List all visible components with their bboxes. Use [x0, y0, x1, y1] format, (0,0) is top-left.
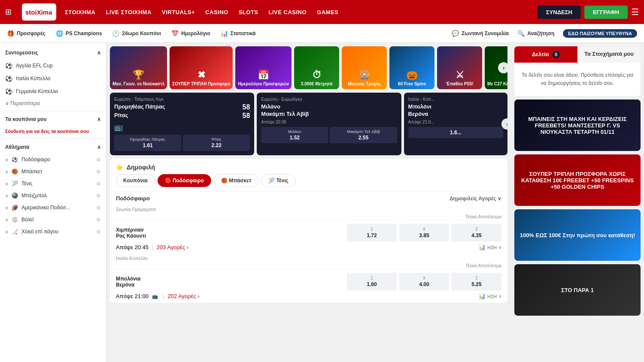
- sub-nav-search[interactable]: 🔍 Αναζήτηση: [517, 30, 554, 37]
- fav-star-icon-2[interactable]: ☆: [96, 169, 101, 175]
- login-button[interactable]: ΣΥΝΔΕΣΗ: [538, 6, 581, 19]
- american-football-icon: 🏈: [12, 205, 18, 211]
- banner-para1[interactable]: ΣΤΟ ΠΑΡΑ 1: [514, 264, 641, 316]
- bet-odd-2b-val: 5.25: [471, 281, 481, 287]
- sidebar-sport-basketball[interactable]: ∨ 🏀 Μπάσκετ ☆: [0, 166, 106, 178]
- bet-odd-2b-button[interactable]: 2 5.25: [452, 273, 501, 290]
- burger-icon[interactable]: ☰: [631, 7, 639, 17]
- bet-odd-2-button[interactable]: 2 4.35: [452, 224, 501, 241]
- sidebar-item-italy-cup[interactable]: ⚽ Ιταλία Κύπελλο: [0, 72, 106, 85]
- sub-nav-offers[interactable]: 🎁 Προσφορές: [7, 30, 46, 37]
- team2-verona: Βερόνα: [116, 282, 140, 288]
- promo-nav-right-button[interactable]: ›: [498, 62, 507, 73]
- sidebar-sport-american-football[interactable]: ∨ 🏈 Αμερικάνικο Ποδόσ... ☆: [0, 202, 106, 214]
- nav-live-casino[interactable]: LIVE CASINO: [269, 9, 307, 15]
- tab-basketball[interactable]: 🏀 Μπάσκετ: [214, 174, 259, 187]
- sidebar-sport-football[interactable]: ∨ ⚽ Ποδόσφαιρο ☆: [0, 154, 106, 166]
- banner-super-tripla[interactable]: ΣΟΥΠΕΡ ΤΡΙΠΛΗ ΠΡΟΣΦΟΡΑ ΧΩΡΙΣ ΚΑΤΑΘΕΣΗ 10…: [514, 154, 641, 206]
- sub-nav-calendar[interactable]: 📅 Ημερολόγιο: [171, 30, 210, 37]
- nav-casino[interactable]: CASINO: [205, 9, 228, 15]
- nav-live-stoixima[interactable]: LIVE ΣΤΟΙΧΗΜΑ: [106, 9, 152, 15]
- sidebar-sport-volleyball[interactable]: ∨ 🏐 Βόλεϊ ☆: [0, 214, 106, 226]
- sub-header: 🎁 Προσφορές 🌐 PS Champions 🕐 24ωρο Κουπό…: [0, 24, 644, 43]
- tab-coupons[interactable]: Κουπόνια: [116, 174, 155, 187]
- arrow-down-icon-7: ∨: [5, 229, 8, 234]
- betslip-tab-active[interactable]: Δελτίο 0: [514, 46, 577, 63]
- promo-card-ps-champ[interactable]: 🏆 Μαν. Γιουν. vs Νιούκαστλ: [110, 46, 167, 89]
- sport-baseball-label: Μπέιζμπολ: [21, 193, 47, 199]
- promo-card-super-tripla[interactable]: ✖ ΣΟΥΠΕΡ ΤΡΙΠΛΗ Προσφορά: [170, 46, 233, 89]
- promo-card-counter[interactable]: ⏱ 3.000€ Μετρητά: [294, 46, 339, 89]
- banner-100[interactable]: 100% ΕΩΣ 100€ Στην πρώτη σου κατάθεση!: [514, 209, 641, 261]
- promo-card-ps5[interactable]: ⚔ 'Επαθλο PS5!: [437, 46, 482, 89]
- match1-odd1-button[interactable]: Προμηθέας Πάτρας 1.61: [114, 135, 181, 151]
- banner-ps-champ[interactable]: ΜΠΑΙΝΕΙΣ ΣΤΗ ΜΑΧΗ ΚΑΙ ΚΕΡΔΙΖΕΙΣ FREEBETS…: [514, 100, 641, 151]
- promo-card-freespins[interactable]: 🎃 60 Free Spins: [389, 46, 434, 89]
- sports-header[interactable]: Αθλήματα ∧: [0, 141, 106, 154]
- fav-star-icon-3[interactable]: ☆: [96, 181, 101, 187]
- shortcuts-header[interactable]: Συντομεύσεις ∧: [0, 46, 106, 59]
- match1-markets[interactable]: 203 Αγορές: [157, 244, 185, 250]
- register-button[interactable]: ΕΓΓΡΑΦΗ: [584, 6, 628, 19]
- counter-icon: ⏱: [312, 69, 322, 81]
- nav-slots[interactable]: SLOTS: [239, 9, 258, 15]
- popular-markets-dropdown[interactable]: Δημοφιλείς Αγορές ∨: [450, 196, 501, 202]
- nav-virtuals[interactable]: VIRTUALS+: [162, 9, 195, 15]
- match1-league: Ευρώπη - Τσάμπιονς Λιγκ: [114, 97, 250, 102]
- sports-label: Αθλήματα: [5, 144, 29, 150]
- arrow-down-icon-4: ∨: [5, 193, 8, 198]
- sub-nav-live-chat[interactable]: 💬 Ζωντανή Συνομιλία: [452, 30, 509, 37]
- sidebar-login-hint[interactable]: Σύνδεση για να δεις τα κουπόνια σου: [0, 126, 106, 137]
- grid-icon[interactable]: ⊞: [5, 7, 12, 17]
- sub-nav-stats[interactable]: 📊 Στατιστικά: [221, 30, 256, 37]
- match2-time: Απόψε 20:30: [261, 120, 397, 124]
- bet-odd-1b-val: 1.60: [367, 281, 377, 287]
- match2-odd1-button[interactable]: Μιλάνο 1.52: [261, 127, 328, 143]
- tab-tennis[interactable]: 🎾 Τένις: [261, 174, 295, 187]
- sidebar-sport-hockey[interactable]: ∨ 🏒 Χόκεϊ επί πάγου ☆: [0, 226, 106, 238]
- match2-odd2-button[interactable]: Μακάμπι Τελ Αβίβ 2.55: [330, 127, 397, 143]
- promo-card-offer[interactable]: 📅 Ημερολόγιο Προσφορών: [235, 46, 292, 89]
- sidebar-item-germany-cup[interactable]: ⚽ Γερμανία Κύπελλο: [0, 85, 106, 98]
- promo-card-wheel[interactable]: 🎡 Μαγικός Τροχός: [342, 46, 387, 89]
- match3-team2: Βερόνα: [408, 111, 503, 117]
- nav-stoixima[interactable]: ΣΤΟΙΧΗΜΑ: [65, 9, 96, 15]
- match1-odd2-button[interactable]: Ρίτας 2.22: [183, 135, 250, 151]
- banner-para1-content: ΣΤΟ ΠΑΡΑ 1: [514, 264, 641, 316]
- nav-games[interactable]: GAMES: [317, 9, 338, 15]
- bet-odd-xb-button[interactable]: Χ 4.00: [399, 273, 449, 290]
- sidebar-item-england-efl[interactable]: ⚽ Αγγλία EFL Cup: [0, 59, 106, 72]
- sub-nav-calendar-label: Ημερολόγιο: [181, 30, 210, 36]
- promo-card-title-2: Ημερολόγιο Προσφορών: [238, 81, 289, 87]
- promo-card-title-4: Μαγικός Τροχός: [348, 81, 381, 87]
- bet-odd-1-button[interactable]: 1 1.72: [347, 224, 397, 241]
- fav-star-icon[interactable]: ☆: [96, 157, 101, 163]
- fav-star-icon-7[interactable]: ☆: [96, 229, 101, 235]
- sidebar-more[interactable]: ∨ Περισσότερα: [0, 98, 106, 109]
- tab-football[interactable]: 🔴 Ποδόσφαιρο: [158, 174, 211, 187]
- sub-nav-ps-champions[interactable]: 🌐 PS Champions: [56, 30, 102, 37]
- fav-star-icon-5[interactable]: ☆: [96, 205, 101, 211]
- logo[interactable]: stoiXima: [22, 3, 56, 21]
- match2-markets[interactable]: 202 Αγορές: [167, 293, 196, 299]
- match2-team2: Μακάμπι Τελ Αβίβ: [261, 111, 397, 117]
- sub-nav-coupon24[interactable]: 🕐 24ωρο Κουπόνι: [112, 30, 161, 37]
- bet-odd-xb-label: Χ: [401, 276, 447, 281]
- bet-odd-x-button[interactable]: Χ 3.85: [399, 224, 449, 241]
- main-header: ⊞ stoiXima ΣΤΟΙΧΗΜΑ LIVE ΣΤΟΙΧΗΜΑ VIRTUA…: [0, 0, 644, 24]
- fav-star-icon-4[interactable]: ☆: [96, 193, 101, 199]
- scotland-league: Σκωτία-Πρέμιερσιπ: [110, 205, 507, 214]
- promo-cards-row: 🏆 Μαν. Γιουν. vs Νιούκαστλ ✖ ΣΟΥΠΕΡ ΤΡΙΠ…: [110, 46, 507, 89]
- my-coupons-header[interactable]: Τα κουπόνια μου ∧: [0, 113, 106, 126]
- match1-odds: Προμηθέας Πάτρας 1.61 Ρίτας 2.22: [114, 135, 250, 151]
- match3-team1: Μπολόνι: [408, 103, 503, 110]
- match1-score2: 58: [243, 112, 250, 120]
- sidebar-sport-tennis[interactable]: ∨ 🎾 Τένις ☆: [0, 178, 106, 190]
- bet-odd-1b-button[interactable]: 1 1.60: [347, 273, 397, 290]
- match3-odd1-button[interactable]: 1.6...: [408, 127, 503, 138]
- fav-star-icon-6[interactable]: ☆: [96, 217, 101, 223]
- sidebar-sport-baseball[interactable]: ∨ 🎱 Μπέιζμπολ ☆: [0, 190, 106, 202]
- betslip-tab-my-bets[interactable]: Τα Στοιχήματά μου: [577, 46, 641, 63]
- popular-header: ⭐ Δημοφιλή: [110, 159, 507, 174]
- stats-icon: 📊: [221, 30, 228, 37]
